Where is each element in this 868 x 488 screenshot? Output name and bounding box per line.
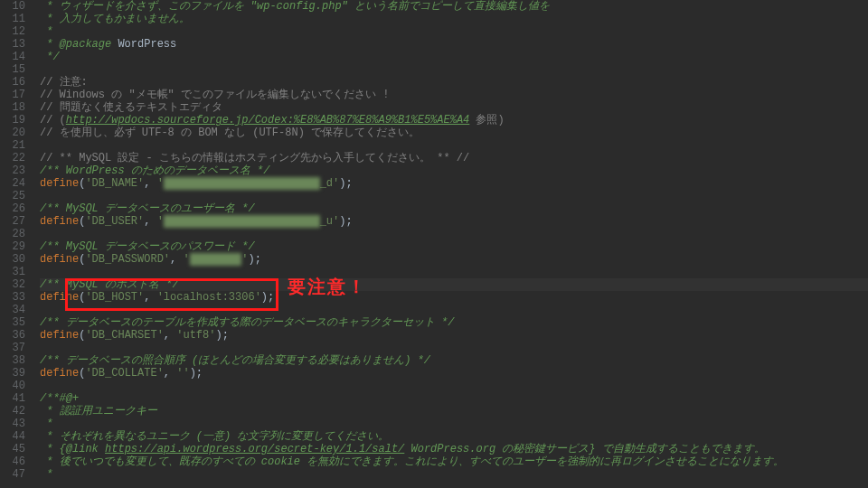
code-token bbox=[99, 443, 105, 455]
code-line[interactable]: // を使用し、必ず UTF-8 の BOM なし (UTF-8N) で保存して… bbox=[40, 127, 868, 139]
code-line[interactable]: // (http://wpdocs.sourceforge.jp/Codex:%… bbox=[40, 114, 868, 127]
code-area[interactable]: 要注意！ * ウィザードを介さず、このファイルを "wp-config.php"… bbox=[33, 0, 868, 488]
code-token: // 問題なく使えるテキストエディタ bbox=[40, 101, 222, 114]
code-token: define bbox=[40, 367, 79, 380]
code-line[interactable]: // ** MySQL 設定 - こちらの情報はホスティング先から入手してくださ… bbox=[40, 152, 868, 164]
line-number: 41 bbox=[0, 392, 33, 405]
code-token: WordPress.org の秘密鍵サービス} で自動生成することもできます。 bbox=[404, 443, 764, 455]
line-number: 28 bbox=[0, 228, 33, 240]
code-token: define bbox=[40, 177, 79, 190]
code-line[interactable]: // 問題なく使えるテキストエディタ bbox=[40, 101, 868, 114]
line-number: 35 bbox=[0, 316, 33, 329]
line-number: 33 bbox=[0, 291, 33, 304]
code-line[interactable]: // 注意: bbox=[40, 76, 868, 89]
code-line[interactable] bbox=[40, 190, 868, 202]
code-token: , bbox=[170, 253, 183, 266]
code-token: @link bbox=[66, 443, 99, 455]
code-line[interactable]: * 入力してもかまいません。 bbox=[40, 13, 868, 25]
line-number: 13 bbox=[0, 38, 33, 51]
code-line[interactable]: /** データベースの照合順序 (ほとんどの場合変更する必要はありません) */ bbox=[40, 354, 868, 367]
line-number: 31 bbox=[0, 266, 33, 278]
code-token: ' bbox=[183, 253, 189, 266]
code-token: define bbox=[40, 215, 79, 228]
code-line[interactable]: /** データベースのテーブルを作成する際のデータベースのキャラクターセット *… bbox=[40, 316, 868, 329]
code-line[interactable]: define('DB_NAME', 'xxxxxxxxxxxxxxxxxxxxx… bbox=[40, 177, 868, 190]
code-token: ' bbox=[157, 215, 164, 228]
code-token: define bbox=[40, 253, 79, 266]
code-line[interactable]: * bbox=[40, 468, 868, 481]
code-line[interactable]: define('DB_COLLATE', ''); bbox=[40, 367, 868, 380]
code-token: ); bbox=[261, 291, 274, 304]
code-token: 'DB_HOST' bbox=[85, 291, 144, 304]
line-number: 46 bbox=[0, 455, 33, 468]
code-line[interactable] bbox=[40, 228, 868, 240]
code-token: * { bbox=[40, 443, 66, 455]
code-line[interactable]: */ bbox=[40, 51, 868, 63]
line-number: 18 bbox=[0, 101, 33, 114]
code-token: , bbox=[164, 367, 176, 380]
code-line[interactable] bbox=[40, 63, 868, 76]
code-line[interactable]: * ウィザードを介さず、このファイルを "wp-config.php" という名… bbox=[40, 0, 868, 13]
line-number: 23 bbox=[0, 164, 33, 177]
line-number: 24 bbox=[0, 177, 33, 190]
code-token: * bbox=[40, 38, 60, 51]
line-number-gutter: 1011121314151617181920212223242526272829… bbox=[0, 0, 33, 488]
code-line[interactable] bbox=[40, 139, 868, 152]
code-token: ); bbox=[190, 367, 203, 380]
code-token: , bbox=[144, 291, 156, 304]
code-token: http://wpdocs.sourceforge.jp/Codex:%E8%A… bbox=[66, 114, 469, 127]
line-number: 25 bbox=[0, 190, 33, 202]
code-line[interactable]: define('DB_CHARSET', 'utf8'); bbox=[40, 329, 868, 342]
code-token: // を使用し、必ず UTF-8 の BOM なし (UTF-8N) で保存して… bbox=[40, 127, 420, 139]
code-editor[interactable]: 1011121314151617181920212223242526272829… bbox=[0, 0, 868, 488]
code-line[interactable]: * bbox=[40, 418, 868, 430]
code-line[interactable] bbox=[40, 304, 868, 316]
code-line[interactable] bbox=[40, 266, 868, 278]
code-token: https://api.wordpress.org/secret-key/1.1… bbox=[105, 443, 404, 455]
line-number: 16 bbox=[0, 76, 33, 89]
line-number: 20 bbox=[0, 127, 33, 139]
code-line[interactable]: * @package WordPress bbox=[40, 38, 868, 51]
code-token: define bbox=[40, 329, 79, 342]
line-number: 43 bbox=[0, 418, 33, 430]
code-token: * bbox=[40, 25, 52, 38]
code-token: WordPress bbox=[118, 38, 176, 51]
code-token: 'DB_CHARSET' bbox=[85, 329, 163, 342]
code-line[interactable]: define('DB_USER', 'xxxxxxxxxxxxxxxxxxxxx… bbox=[40, 215, 868, 228]
code-token: /** データベースのテーブルを作成する際のデータベースのキャラクターセット *… bbox=[40, 316, 454, 329]
code-line[interactable]: /** MySQL データベースのユーザー名 */ bbox=[40, 202, 868, 215]
code-token: xxxxxxxxxxxxxxxxxxxxxxxx bbox=[164, 215, 320, 228]
code-token: /** データベースの照合順序 (ほとんどの場合変更する必要はありません) */ bbox=[40, 354, 430, 367]
code-token: * それぞれを異なるユニーク (一意) な文字列に変更してください。 bbox=[40, 430, 389, 443]
code-line[interactable]: /** WordPress のためのデータベース名 */ bbox=[40, 164, 868, 177]
code-token: 'localhost:3306' bbox=[157, 291, 261, 304]
code-line[interactable]: /** MySQL のホスト名 */ bbox=[40, 278, 868, 291]
code-line[interactable]: * 後でいつでも変更して、既存のすべての cookie を無効にできます。これに… bbox=[40, 455, 868, 468]
line-number: 19 bbox=[0, 114, 33, 127]
code-token: 'DB_NAME' bbox=[85, 177, 144, 190]
code-line[interactable]: * それぞれを異なるユニーク (一意) な文字列に変更してください。 bbox=[40, 430, 868, 443]
code-line[interactable]: // Windows の "メモ帳" でこのファイルを編集しないでください ! bbox=[40, 89, 868, 101]
code-line[interactable] bbox=[40, 380, 868, 392]
line-number: 32 bbox=[0, 278, 33, 291]
code-line[interactable]: * {@link https://api.wordpress.org/secre… bbox=[40, 443, 868, 455]
line-number: 45 bbox=[0, 443, 33, 455]
line-number: 10 bbox=[0, 0, 33, 13]
code-line[interactable] bbox=[40, 342, 868, 354]
line-number: 26 bbox=[0, 202, 33, 215]
code-token: _d' bbox=[320, 177, 340, 190]
code-line[interactable]: /**#@+ bbox=[40, 392, 868, 405]
line-number: 17 bbox=[0, 89, 33, 101]
line-number: 36 bbox=[0, 329, 33, 342]
code-token: 'DB_PASSWORD' bbox=[85, 253, 170, 266]
code-line[interactable]: * bbox=[40, 25, 868, 38]
warning-annotation: 要注意！ bbox=[288, 280, 367, 293]
code-token: // ( bbox=[40, 114, 66, 127]
line-number: 15 bbox=[0, 63, 33, 76]
code-line[interactable]: define('DB_PASSWORD', 'xxxxxxxx'); bbox=[40, 253, 868, 266]
code-line[interactable]: define('DB_HOST', 'localhost:3306'); bbox=[40, 291, 868, 304]
code-line[interactable]: * 認証用ユニークキー bbox=[40, 405, 868, 418]
code-token: , bbox=[144, 177, 156, 190]
code-token: ' bbox=[157, 177, 164, 190]
code-line[interactable]: /** MySQL データベースのパスワード */ bbox=[40, 240, 868, 253]
